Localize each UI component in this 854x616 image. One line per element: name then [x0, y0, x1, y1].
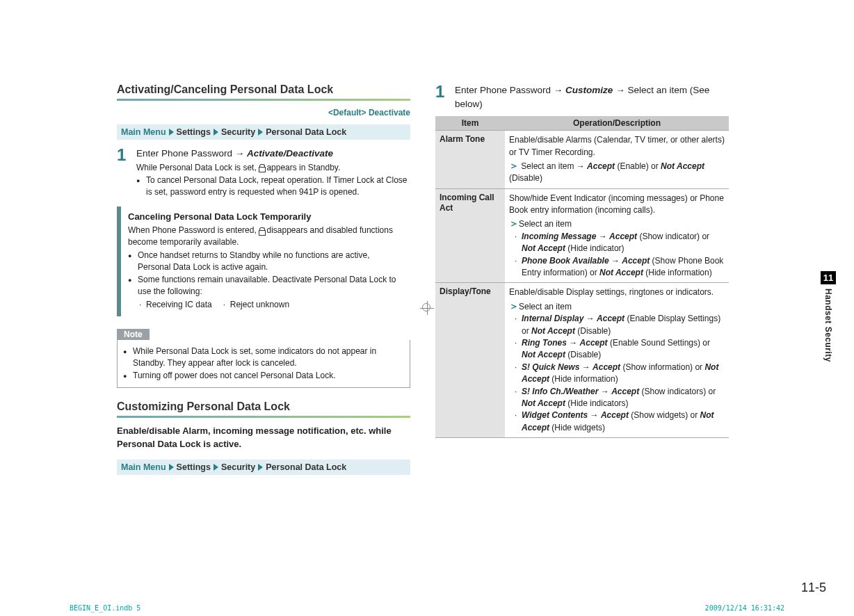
step-customize: Customize	[565, 85, 613, 95]
col-desc: Operation/Description	[505, 116, 729, 131]
chevron-right-icon	[214, 129, 218, 136]
chapter-tab: 11 Handset Security	[821, 271, 836, 362]
page-number: 11-5	[801, 581, 826, 595]
breadcrumb-item: Security	[221, 127, 255, 137]
sub-item: Receiving IC data	[138, 299, 212, 311]
step-number: 1	[117, 147, 129, 200]
breadcrumb-item: Personal Data Lock	[266, 127, 346, 137]
chapter-number: 11	[821, 271, 836, 284]
breadcrumb: Main Menu Settings Security Personal Dat…	[117, 124, 410, 140]
note-label: Note	[117, 329, 150, 340]
chevron-right-icon	[169, 129, 174, 136]
cancel-body: When Phone Password is entered,	[128, 225, 259, 235]
item-name: Alarm Tone	[435, 131, 505, 189]
bullet-item: Some functions remain unavailable. Deact…	[128, 274, 405, 310]
lock-icon	[259, 227, 264, 234]
sub-item: Reject unknown	[222, 299, 289, 311]
step-lead: Enter Phone Password →	[136, 148, 247, 159]
table-row: Incoming Call Act Show/hide Event Indica…	[435, 188, 729, 283]
table-row: Display/Tone Enable/disable Display sett…	[435, 283, 729, 438]
breadcrumb-main: Main Menu	[121, 127, 166, 137]
desc: Enable/disable Alarms (Calendar, TV time…	[509, 134, 725, 159]
breadcrumb-item: Security	[221, 462, 255, 472]
chapter-title: Handset Security	[823, 289, 833, 362]
while-text: appears in Standby.	[266, 163, 340, 172]
default-value: <Default> Deactivate	[117, 108, 410, 117]
breadcrumb-item: Personal Data Lock	[266, 462, 346, 472]
bullet-item: To cancel Personal Data Lock, repeat ope…	[136, 175, 410, 198]
item-name: Incoming Call Act	[435, 188, 505, 283]
chevron-right-icon	[169, 464, 174, 471]
chevron-icon: ＞	[509, 218, 519, 229]
desc: Enable/disable Display settings, rington…	[509, 286, 725, 298]
breadcrumb: Main Menu Settings Security Personal Dat…	[117, 460, 410, 475]
desc: Show/hide Event Indicator (incoming mess…	[509, 193, 725, 217]
breadcrumb-main: Main Menu	[121, 462, 166, 472]
bullet-item: Once handset returns to Standby while no…	[128, 250, 405, 273]
note-item: While Personal Data Lock is set, some in…	[123, 346, 404, 369]
chevron-right-icon	[258, 129, 263, 136]
table-row: Alarm Tone Enable/disable Alarms (Calend…	[435, 131, 729, 189]
chevron-right-icon	[258, 464, 263, 471]
col-item: Item	[435, 116, 505, 131]
heading-underline	[117, 99, 410, 101]
breadcrumb-item: Settings	[177, 462, 211, 472]
options-table: Item Operation/Description Alarm Tone En…	[435, 116, 729, 438]
breadcrumb-item: Settings	[177, 127, 211, 137]
step-1: 1 Enter Phone Password → Activate/Deacti…	[117, 147, 410, 200]
registration-mark-icon	[420, 301, 434, 315]
item-name: Display/Tone	[435, 283, 505, 438]
step-text: Enter Phone Password →	[455, 85, 565, 95]
right-column: 1 Enter Phone Password → Customize → Sel…	[435, 83, 729, 482]
cancel-title: Canceling Personal Data Lock Temporarily	[128, 211, 405, 223]
note-box: While Personal Data Lock is set, some in…	[117, 340, 410, 388]
chevron-icon: ＞	[509, 160, 519, 171]
heading-underline	[117, 416, 410, 418]
step-1: 1 Enter Phone Password → Customize → Sel…	[435, 83, 729, 111]
desc: Select an item →	[521, 161, 587, 171]
cancel-box: Canceling Personal Data Lock Temporarily…	[117, 206, 410, 316]
left-column: Activating/Canceling Personal Data Lock …	[117, 83, 410, 482]
note-item: Turning off power does not cancel Person…	[123, 370, 404, 382]
chevron-icon: ＞	[509, 300, 519, 311]
step-number: 1	[435, 83, 448, 111]
chevron-right-icon	[214, 464, 218, 471]
imprint-timestamp: 2009/12/14 16:31:42	[705, 604, 784, 612]
step-action: Activate/Deactivate	[247, 148, 333, 159]
print-footer: BEGIN_E_OI.indb 5 2009/12/14 16:31:42	[70, 604, 784, 612]
heading-activating: Activating/Canceling Personal Data Lock	[117, 83, 410, 96]
imprint-file: BEGIN_E_OI.indb 5	[70, 604, 140, 612]
enable-text: Enable/disable Alarm, incoming message n…	[117, 425, 410, 451]
heading-customizing: Customizing Personal Data Lock	[117, 400, 410, 413]
while-text: While Personal Data Lock is set,	[136, 163, 259, 172]
lock-icon	[259, 164, 264, 171]
